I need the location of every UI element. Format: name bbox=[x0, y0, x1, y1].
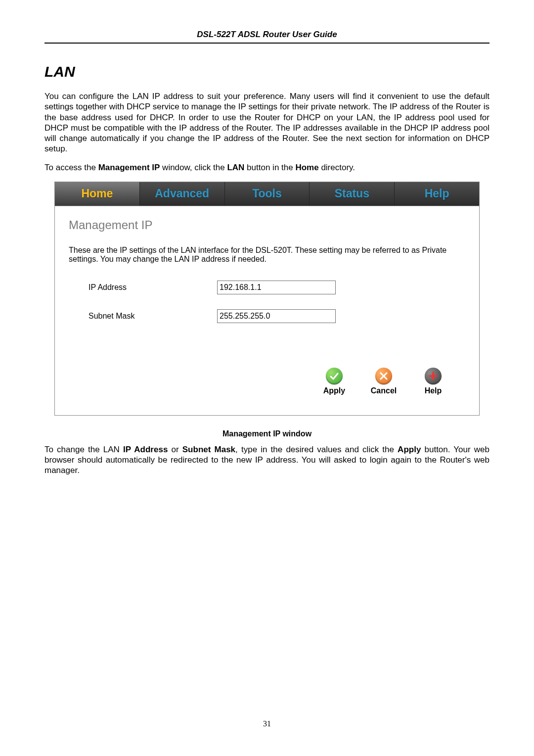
text: To access the bbox=[44, 163, 98, 172]
text-bold: Management IP bbox=[98, 163, 160, 172]
closing-paragraph: To change the LAN IP Address or Subnet M… bbox=[44, 444, 490, 476]
action-bar: Apply Cancel Help bbox=[69, 338, 465, 400]
form-row-ip: IP Address bbox=[89, 281, 465, 294]
text-bold: IP Address bbox=[123, 445, 168, 454]
text: , type in the desired values and click t… bbox=[235, 445, 398, 454]
text: button in the bbox=[244, 163, 295, 172]
nav-tab-bar: Home Advanced Tools Status Help bbox=[55, 182, 479, 206]
page-header: DSL-522T ADSL Router User Guide bbox=[44, 30, 490, 44]
text: To change the LAN bbox=[44, 445, 123, 454]
page-number: 31 bbox=[0, 719, 534, 728]
tab-home[interactable]: Home bbox=[55, 182, 139, 206]
intro-paragraph: You can configure the LAN IP address to … bbox=[44, 91, 490, 154]
section-title-lan: LAN bbox=[44, 63, 490, 80]
tab-help[interactable]: Help bbox=[394, 182, 479, 206]
panel-description: These are the IP settings of the LAN int… bbox=[69, 246, 465, 264]
text: directory. bbox=[319, 163, 355, 172]
label-ip-address: IP Address bbox=[89, 283, 217, 292]
input-subnet-mask[interactable] bbox=[217, 309, 336, 323]
apply-label: Apply bbox=[323, 386, 345, 395]
apply-button[interactable]: Apply bbox=[317, 368, 352, 395]
tab-status[interactable]: Status bbox=[309, 182, 394, 206]
access-paragraph: To access the Management IP window, clic… bbox=[44, 162, 490, 173]
input-ip-address[interactable] bbox=[217, 281, 336, 294]
check-icon bbox=[326, 368, 343, 384]
cancel-button[interactable]: Cancel bbox=[366, 368, 401, 395]
label-subnet-mask: Subnet Mask bbox=[89, 312, 217, 321]
figure-caption: Management IP window bbox=[44, 429, 490, 438]
help-label: Help bbox=[425, 386, 442, 395]
cancel-label: Cancel bbox=[371, 386, 397, 395]
text: window, click the bbox=[160, 163, 227, 172]
tab-tools[interactable]: Tools bbox=[224, 182, 310, 206]
form-row-subnet: Subnet Mask bbox=[89, 309, 465, 323]
text-bold: Apply bbox=[398, 445, 421, 454]
plus-icon bbox=[425, 368, 442, 384]
close-icon bbox=[375, 368, 392, 384]
text: or bbox=[168, 445, 182, 454]
text-bold: LAN bbox=[227, 163, 244, 172]
help-button[interactable]: Help bbox=[416, 368, 450, 395]
router-admin-panel: Home Advanced Tools Status Help Manageme… bbox=[54, 182, 480, 416]
tab-advanced[interactable]: Advanced bbox=[139, 182, 224, 206]
panel-title: Management IP bbox=[69, 218, 465, 232]
text-bold: Home bbox=[295, 163, 318, 172]
text-bold: Subnet Mask bbox=[182, 445, 235, 454]
